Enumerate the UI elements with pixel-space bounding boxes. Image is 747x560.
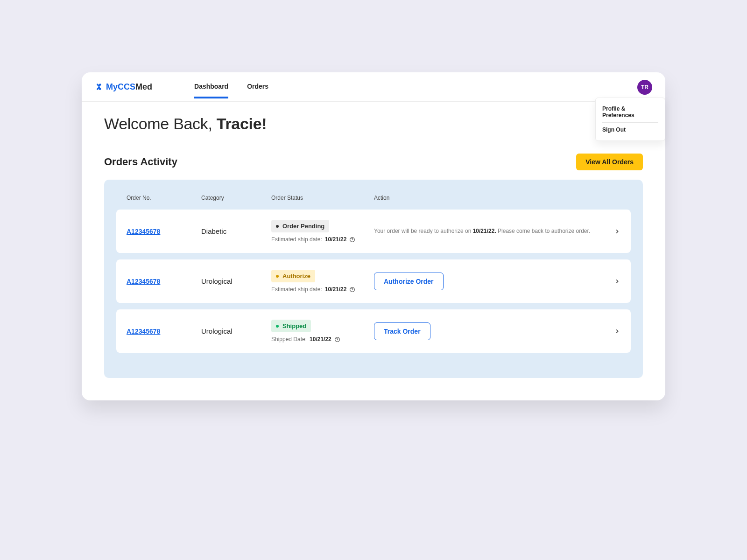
status-dot-icon xyxy=(276,275,279,278)
col-action: Action xyxy=(374,195,605,201)
order-row: A12345678 Urological Shipped Shipped Dat… xyxy=(116,309,631,353)
help-icon[interactable] xyxy=(349,287,355,293)
brand-text: MyCCSMed xyxy=(106,82,152,92)
orders-table: Order No. Category Order Status Action A… xyxy=(104,180,643,378)
order-action-cell: Track Order xyxy=(374,322,605,340)
svg-point-1 xyxy=(352,240,353,241)
welcome-heading: Welcome Back, Tracie! xyxy=(104,115,643,133)
order-status-cell: Order Pending Estimated ship date: 10/21… xyxy=(271,220,374,243)
status-badge: Order Pending xyxy=(271,220,329,232)
dropdown-profile[interactable]: Profile & Preferences xyxy=(602,102,658,122)
order-number-link[interactable]: A12345678 xyxy=(127,228,160,235)
status-label: Order Pending xyxy=(282,223,324,230)
order-action-cell: Authorize Order xyxy=(374,273,605,290)
logo-mark-icon xyxy=(95,83,103,91)
avatar[interactable]: TR xyxy=(637,80,652,95)
status-label: Authorize xyxy=(282,273,310,280)
tab-dashboard[interactable]: Dashboard xyxy=(194,83,228,98)
status-dot-icon xyxy=(276,325,279,328)
col-status: Order Status xyxy=(271,195,374,201)
view-all-orders-button[interactable]: View All Orders xyxy=(576,154,643,170)
chevron-right-icon[interactable] xyxy=(614,228,620,235)
authorize-order-button[interactable]: Authorize Order xyxy=(374,273,444,290)
order-status-cell: Authorize Estimated ship date: 10/21/22 xyxy=(271,270,374,293)
content: Welcome Back, Tracie! Orders Activity Vi… xyxy=(82,102,665,400)
topbar: MyCCSMed Dashboard Orders TR Profile & P… xyxy=(82,72,665,102)
order-row: A12345678 Diabetic Order Pending Estimat… xyxy=(116,210,631,253)
nav-tabs: Dashboard Orders xyxy=(194,83,268,98)
dropdown-signout[interactable]: Sign Out xyxy=(602,123,658,137)
order-category: Urological xyxy=(201,277,271,285)
chevron-right-icon[interactable] xyxy=(614,278,620,285)
status-badge: Shipped xyxy=(271,320,311,332)
order-row: A12345678 Urological Authorize Estimated… xyxy=(116,259,631,303)
status-label: Shipped xyxy=(282,322,306,329)
col-order-no: Order No. xyxy=(127,195,201,201)
ship-date-line: Estimated ship date: 10/21/22 xyxy=(271,236,355,243)
app-window: MyCCSMed Dashboard Orders TR Profile & P… xyxy=(82,72,665,400)
track-order-button[interactable]: Track Order xyxy=(374,322,430,340)
order-number-link[interactable]: A12345678 xyxy=(127,278,160,285)
order-number-link[interactable]: A12345678 xyxy=(127,328,160,335)
orders-title: Orders Activity xyxy=(104,156,177,168)
order-category: Urological xyxy=(201,327,271,335)
orders-section-head: Orders Activity View All Orders xyxy=(104,154,643,170)
svg-point-3 xyxy=(352,290,353,291)
order-category: Diabetic xyxy=(201,227,271,235)
brand-logo[interactable]: MyCCSMed xyxy=(95,82,152,99)
user-dropdown: Profile & Preferences Sign Out xyxy=(595,98,665,141)
help-icon[interactable] xyxy=(334,336,340,343)
help-icon[interactable] xyxy=(349,237,355,243)
ship-date-line: Shipped Date: 10/21/22 xyxy=(271,336,340,343)
orders-header-row: Order No. Category Order Status Action xyxy=(116,192,631,210)
order-action-note: Your order will be ready to authorize on… xyxy=(374,227,605,236)
order-status-cell: Shipped Shipped Date: 10/21/22 xyxy=(271,320,374,343)
ship-date-line: Estimated ship date: 10/21/22 xyxy=(271,286,355,293)
tab-orders[interactable]: Orders xyxy=(247,83,268,98)
status-dot-icon xyxy=(276,225,279,228)
col-category: Category xyxy=(201,195,271,201)
chevron-right-icon[interactable] xyxy=(614,328,620,335)
svg-point-5 xyxy=(337,340,338,341)
status-badge: Authorize xyxy=(271,270,315,282)
